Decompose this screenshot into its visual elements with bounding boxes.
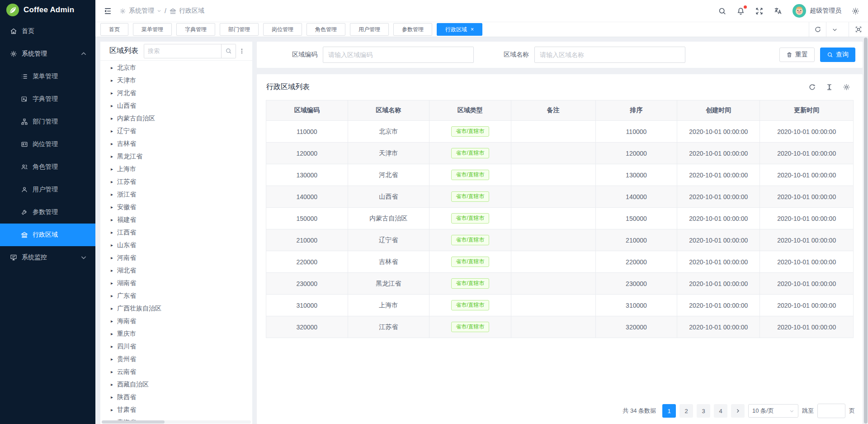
tree-node[interactable]: ▸ 广西壮族自治区	[100, 302, 252, 315]
tree-node[interactable]: ▸ 内蒙古自治区	[100, 112, 252, 125]
page-tab[interactable]: 部门管理	[220, 23, 259, 36]
tree-node[interactable]: ▸ 河南省	[100, 252, 252, 264]
tree-node[interactable]: ▸ 山西省	[100, 100, 252, 112]
sidebar-item-menu-mgmt[interactable]: 菜单管理	[0, 65, 95, 88]
tree-node[interactable]: ▸ 上海市	[100, 163, 252, 176]
fullscreen-icon[interactable]	[755, 7, 764, 15]
tree-expand-caret-icon[interactable]: ▸	[111, 370, 113, 374]
page-tab[interactable]: 菜单管理	[133, 23, 172, 36]
tree-horizontal-scrollbar[interactable]	[102, 420, 251, 424]
tree-expand-caret-icon[interactable]: ▸	[111, 344, 113, 349]
tree-node[interactable]: ▸ 湖南省	[100, 277, 252, 290]
tree-node[interactable]: ▸ 甘肃省	[100, 404, 252, 416]
tree-expand-caret-icon[interactable]: ▸	[111, 243, 113, 248]
tree-node[interactable]: ▸ 江西省	[100, 226, 252, 239]
region-name-input[interactable]	[534, 47, 685, 63]
maximize-content-icon[interactable]	[849, 22, 868, 37]
tree-expand-caret-icon[interactable]: ▸	[111, 142, 113, 146]
sidebar-item-user-mgmt[interactable]: 用户管理	[0, 178, 95, 201]
tree-expand-caret-icon[interactable]: ▸	[111, 408, 113, 412]
tree-node[interactable]: ▸ 吉林省	[100, 138, 252, 150]
tree-node[interactable]: ▸ 湖北省	[100, 264, 252, 277]
page-scrollbar[interactable]	[863, 37, 868, 424]
tree-node[interactable]: ▸ 西藏自治区	[100, 378, 252, 391]
tree-search-button[interactable]	[221, 44, 236, 58]
page-number-button[interactable]: 1	[662, 404, 676, 418]
tree-node[interactable]: ▸ 云南省	[100, 366, 252, 378]
region-code-input[interactable]	[323, 47, 474, 63]
sidebar-item-param-mgmt[interactable]: 参数管理	[0, 201, 95, 224]
table-row[interactable]: 210000 辽宁省 省市/直辖市 210000 2020-10-01 00:0…	[266, 229, 854, 251]
tree-expand-caret-icon[interactable]: ▸	[111, 78, 113, 83]
tree-expand-caret-icon[interactable]: ▸	[111, 294, 113, 298]
row-height-icon[interactable]	[826, 83, 833, 91]
tree-expand-caret-icon[interactable]: ▸	[111, 91, 113, 95]
tree-expand-caret-icon[interactable]: ▸	[111, 319, 113, 324]
tree-expand-caret-icon[interactable]: ▸	[111, 205, 113, 210]
tree-node[interactable]: ▸ 海南省	[100, 315, 252, 328]
sidebar-group-system[interactable]: 系统管理	[0, 43, 95, 65]
tree-more-menu-icon[interactable]	[236, 48, 248, 55]
page-tab[interactable]: 岗位管理	[263, 23, 302, 36]
tree-node[interactable]: ▸ 辽宁省	[100, 125, 252, 138]
tree-expand-caret-icon[interactable]: ▸	[111, 230, 113, 235]
tree-node[interactable]: ▸ 重庆市	[100, 328, 252, 340]
page-number-button[interactable]: 2	[679, 404, 693, 418]
table-row[interactable]: 220000 吉林省 省市/直辖市 220000 2020-10-01 00:0…	[266, 251, 854, 273]
page-number-button[interactable]: 3	[697, 404, 710, 418]
translate-icon[interactable]	[774, 6, 783, 15]
tree-node[interactable]: ▸ 天津市	[100, 74, 252, 87]
table-row[interactable]: 110000 北京市 省市/直辖市 110000 2020-10-01 00:0…	[266, 121, 854, 143]
tree-expand-caret-icon[interactable]: ▸	[111, 66, 113, 70]
tree-node[interactable]: ▸ 山东省	[100, 239, 252, 252]
tree-node[interactable]: ▸ 福建省	[100, 214, 252, 226]
page-number-button[interactable]: 4	[714, 404, 727, 418]
table-row[interactable]: 130000 河北省 省市/直辖市 130000 2020-10-01 00:0…	[266, 164, 854, 186]
page-tab[interactable]: 字典管理	[176, 23, 215, 36]
sidebar-item-home[interactable]: 首页	[0, 20, 95, 43]
table-row[interactable]: 150000 内蒙古自治区 省市/直辖市 150000 2020-10-01 0…	[266, 208, 854, 229]
tree-node[interactable]: ▸ 青海省	[100, 416, 252, 420]
page-tab[interactable]: 首页	[100, 23, 128, 36]
tree-expand-caret-icon[interactable]: ▸	[111, 382, 113, 387]
table-row[interactable]: 310000 上海市 省市/直辖市 310000 2020-10-01 00:0…	[266, 295, 854, 316]
tree-node[interactable]: ▸ 贵州省	[100, 353, 252, 366]
tree-expand-caret-icon[interactable]: ▸	[111, 268, 113, 273]
tree-node[interactable]: ▸ 四川省	[100, 340, 252, 353]
tree-expand-caret-icon[interactable]: ▸	[111, 332, 113, 336]
tree-expand-caret-icon[interactable]: ▸	[111, 256, 113, 260]
refresh-tab-icon[interactable]	[809, 22, 826, 37]
tree-expand-caret-icon[interactable]: ▸	[111, 129, 113, 133]
breadcrumb-section[interactable]: 系统管理	[119, 7, 161, 15]
scrollbar-thumb[interactable]	[102, 420, 165, 424]
sidebar-group-monitor[interactable]: 系统监控	[0, 246, 95, 269]
tree-node[interactable]: ▸ 黑龙江省	[100, 150, 252, 163]
sidebar-item-dept-mgmt[interactable]: 部门管理	[0, 110, 95, 133]
notification-bell-icon[interactable]	[736, 7, 745, 15]
reset-button[interactable]: 重置	[779, 48, 815, 62]
tree-node[interactable]: ▸ 江苏省	[100, 176, 252, 188]
tree-node[interactable]: ▸ 陕西省	[100, 391, 252, 404]
refresh-table-icon[interactable]	[808, 83, 816, 91]
scrollbar-thumb[interactable]	[864, 38, 868, 424]
search-icon[interactable]	[718, 7, 726, 15]
sidebar-item-post-mgmt[interactable]: 岗位管理	[0, 133, 95, 156]
sidebar-item-role-mgmt[interactable]: 角色管理	[0, 156, 95, 178]
sidebar-item-dict-mgmt[interactable]: 字典管理	[0, 88, 95, 110]
tree-node[interactable]: ▸ 浙江省	[100, 188, 252, 201]
tree-node[interactable]: ▸ 北京市	[100, 62, 252, 74]
tree-node[interactable]: ▸ 安徽省	[100, 201, 252, 214]
app-logo[interactable]: Coffee Admin	[0, 0, 95, 20]
page-tab[interactable]: 用户管理	[350, 23, 389, 36]
next-page-button[interactable]	[731, 404, 745, 418]
table-row[interactable]: 140000 山西省 省市/直辖市 140000 2020-10-01 00:0…	[266, 186, 854, 208]
jump-page-input[interactable]	[817, 404, 845, 418]
tree-expand-caret-icon[interactable]: ▸	[111, 357, 113, 362]
tree-expand-caret-icon[interactable]: ▸	[111, 167, 113, 172]
table-row[interactable]: 320000 江苏省 省市/直辖市 320000 2020-10-01 00:0…	[266, 316, 854, 338]
page-size-select[interactable]: 10 条/页	[748, 404, 798, 418]
tree-expand-caret-icon[interactable]: ▸	[111, 154, 113, 159]
search-button[interactable]: 查询	[820, 48, 855, 62]
tree-expand-caret-icon[interactable]: ▸	[111, 180, 113, 184]
table-row[interactable]: 120000 天津市 省市/直辖市 120000 2020-10-01 00:0…	[266, 143, 854, 164]
